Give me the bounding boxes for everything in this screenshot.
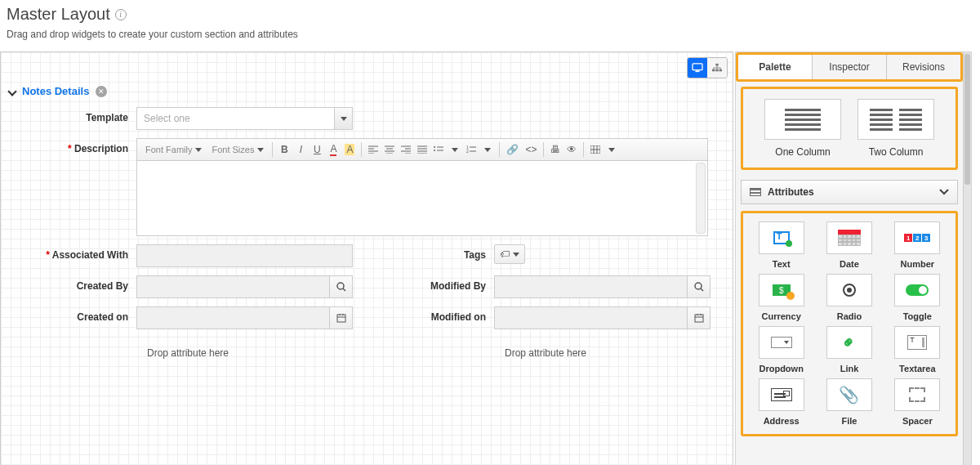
rte-underline[interactable]: U <box>309 141 325 158</box>
drop-zone[interactable]: Drop attribute here <box>367 338 724 369</box>
layout-label: One Column <box>762 146 844 158</box>
workspace: Notes Details ✕ Template Select one Desc… <box>0 51 980 465</box>
rte-textcolor[interactable]: A <box>325 141 341 158</box>
rte-bgcolor[interactable]: A <box>341 141 358 158</box>
attr-number[interactable]: 123Number <box>886 221 949 269</box>
section-header[interactable]: Notes Details ✕ <box>9 85 724 97</box>
canvas-area[interactable]: Notes Details ✕ Template Select one Desc… <box>0 51 733 465</box>
created-on-input[interactable] <box>136 306 330 329</box>
rte-font-family[interactable]: Font Family <box>140 145 207 154</box>
svg-rect-13 <box>337 315 345 322</box>
created-by-label: Created By <box>9 275 136 292</box>
tag-icon: 🏷 <box>500 248 510 260</box>
section-notes-details: Notes Details ✕ Template Select one Desc… <box>1 52 733 377</box>
modified-by-label: Modified By <box>367 275 494 292</box>
svg-rect-1 <box>695 70 699 72</box>
calendar-icon <box>838 230 861 246</box>
rte-number-caret[interactable] <box>479 141 496 158</box>
tags-control[interactable]: 🏷 <box>494 244 525 264</box>
rte-bullet-list[interactable] <box>430 141 447 158</box>
right-panel-scrollbar[interactable] <box>963 52 971 465</box>
template-select-toggle[interactable] <box>335 107 353 130</box>
page-subtitle: Drag and drop widgets to create your cus… <box>7 29 973 40</box>
attr-spacer[interactable]: Spacer <box>886 378 949 426</box>
tab-palette[interactable]: Palette <box>738 55 813 79</box>
rte-number-list[interactable]: 12 <box>463 141 479 158</box>
modified-on-input[interactable] <box>494 306 688 329</box>
svg-point-11 <box>337 283 344 289</box>
attr-dropdown[interactable]: Dropdown <box>750 326 813 373</box>
view-switcher <box>687 57 728 78</box>
rte-table-caret[interactable] <box>604 141 620 158</box>
paperclip-icon: 📎 <box>839 385 859 405</box>
tree-view-button[interactable] <box>707 58 727 78</box>
created-by-search-button[interactable] <box>330 275 353 298</box>
attr-text[interactable]: Text <box>750 221 813 269</box>
chevron-down-icon <box>7 87 16 96</box>
rte-align-justify[interactable] <box>414 141 430 158</box>
attributes-icon <box>750 188 761 196</box>
page-title: Master Layout i <box>7 5 973 24</box>
section-title: Notes Details <box>22 85 89 97</box>
rte-code[interactable]: <> <box>522 141 540 158</box>
rte-link[interactable]: 🔗 <box>503 141 522 158</box>
layout-label: Two Column <box>855 146 937 158</box>
attr-date[interactable]: Date <box>817 221 880 269</box>
rte-toolbar: Font Family Font Sizes B I U A A <box>136 138 708 161</box>
layout-one-column[interactable]: One Column <box>762 99 844 158</box>
attr-textarea[interactable]: Textarea <box>886 326 949 373</box>
modified-on-calendar-button[interactable] <box>688 306 710 329</box>
address-icon <box>771 388 792 401</box>
drop-zone[interactable]: Drop attribute here <box>9 338 367 369</box>
attr-toggle[interactable]: Toggle <box>886 274 949 321</box>
info-icon[interactable]: i <box>115 9 127 20</box>
template-select[interactable]: Select one <box>136 107 353 130</box>
textarea-icon <box>907 335 927 350</box>
svg-rect-3 <box>712 69 715 72</box>
svg-point-12 <box>695 283 702 289</box>
rte-font-size[interactable]: Font Sizes <box>207 145 269 154</box>
attr-currency[interactable]: $Currency <box>750 274 813 321</box>
description-label: Description <box>9 138 136 154</box>
rte-align-center[interactable] <box>381 141 398 158</box>
attr-link[interactable]: ⚭Link <box>817 326 880 373</box>
rte-bullet-caret[interactable] <box>447 141 463 158</box>
calendar-icon <box>694 313 704 323</box>
tab-inspector[interactable]: Inspector <box>813 55 887 79</box>
tab-revisions[interactable]: Revisions <box>887 55 960 79</box>
created-on-calendar-button[interactable] <box>330 306 353 329</box>
rte-textarea[interactable] <box>136 161 708 236</box>
panel-tabs: Palette Inspector Revisions <box>736 52 963 82</box>
associated-with-input[interactable] <box>136 244 353 267</box>
desktop-view-button[interactable] <box>688 58 707 78</box>
page-title-text: Master Layout <box>7 5 110 24</box>
attr-file[interactable]: 📎File <box>817 378 880 426</box>
modified-on-label: Modified on <box>367 306 494 323</box>
rte-align-left[interactable] <box>365 141 381 158</box>
layout-two-column[interactable]: Two Column <box>855 99 937 158</box>
rte-table[interactable] <box>587 141 604 158</box>
template-label: Template <box>9 107 136 123</box>
created-by-input[interactable] <box>136 275 330 298</box>
svg-point-6 <box>434 146 435 148</box>
link-icon: ⚭ <box>837 331 861 355</box>
section-remove-button[interactable]: ✕ <box>96 86 107 97</box>
svg-rect-5 <box>719 69 722 72</box>
caret-down-icon <box>341 117 347 121</box>
rte-align-right[interactable] <box>398 141 414 158</box>
rte-print[interactable]: 🖶 <box>547 141 564 158</box>
attributes-accordion-header[interactable]: Attributes <box>741 180 958 204</box>
caret-down-icon <box>513 253 519 257</box>
modified-by-search-button[interactable] <box>688 275 710 298</box>
rte-preview[interactable]: 👁 <box>564 141 580 158</box>
modified-by-input[interactable] <box>494 275 688 298</box>
svg-rect-14 <box>695 315 703 322</box>
radio-icon <box>843 284 856 297</box>
attr-address[interactable]: Address <box>750 378 813 426</box>
attr-radio[interactable]: Radio <box>817 274 880 321</box>
rte-bold[interactable]: B <box>276 141 292 158</box>
calendar-icon <box>336 313 346 323</box>
rte-italic[interactable]: I <box>292 141 309 158</box>
chevron-down-icon <box>939 189 949 195</box>
svg-rect-2 <box>715 64 718 66</box>
